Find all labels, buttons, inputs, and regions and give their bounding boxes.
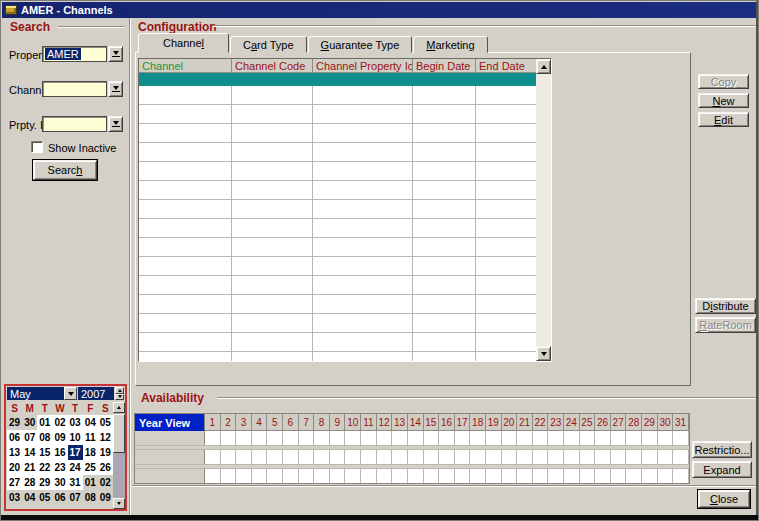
calendar-day[interactable]: 02 [52,415,67,430]
availability-cell[interactable] [252,431,268,445]
availability-cell[interactable] [267,431,283,445]
availability-cell[interactable] [267,469,283,483]
calendar-day[interactable]: 06 [7,430,22,445]
close-button[interactable]: Close [698,490,750,508]
availability-cell[interactable] [455,469,471,483]
table-row[interactable] [139,143,538,162]
availability-cell[interactable] [314,469,330,483]
calendar-day[interactable]: 08 [37,430,52,445]
availability-cell[interactable] [673,450,689,464]
table-row[interactable] [139,333,538,352]
availability-cell[interactable] [626,469,642,483]
availability-cell[interactable] [533,450,549,464]
availability-cell[interactable] [345,469,361,483]
calendar-day[interactable]: 09 [98,490,113,505]
availability-cell[interactable] [330,431,346,445]
calendar-day[interactable]: 14 [22,445,37,460]
availability-cell[interactable] [299,450,315,464]
availability-cell[interactable] [361,431,377,445]
table-row[interactable] [139,105,538,124]
availability-cell[interactable] [377,431,393,445]
calendar-scrollbar[interactable] [113,402,125,509]
availability-cell[interactable] [455,450,471,464]
channels-table[interactable]: ChannelChannel CodeChannel Property IdBe… [138,58,552,362]
table-row[interactable] [139,238,538,257]
calendar-day[interactable]: 10 [68,430,83,445]
table-row[interactable] [139,181,538,200]
availability-cell[interactable] [283,431,299,445]
calendar-scroll-up-button[interactable] [113,402,125,413]
table-row[interactable] [139,276,538,295]
table-row[interactable] [139,200,538,219]
calendar-day[interactable]: 11 [83,430,98,445]
availability-cell[interactable] [548,450,564,464]
calendar-day[interactable]: 16 [52,445,67,460]
availability-grid[interactable]: Year View1234567891011121314151617181920… [134,413,690,484]
availability-cell[interactable] [470,469,486,483]
tab-marketing[interactable]: Marketing [413,36,487,53]
calendar-day[interactable]: 20 [7,460,22,475]
availability-cell[interactable] [470,450,486,464]
availability-cell[interactable] [236,469,252,483]
calendar-month-select[interactable]: May [7,387,77,400]
availability-cell[interactable] [626,431,642,445]
calendar-day[interactable]: 01 [83,475,98,490]
calendar-day[interactable]: 04 [22,490,37,505]
availability-cell[interactable] [205,469,221,483]
availability-cell[interactable] [470,431,486,445]
calendar-day[interactable]: 04 [83,415,98,430]
table-scrollbar[interactable] [536,59,551,361]
calendar-day[interactable]: 09 [52,430,67,445]
availability-cell[interactable] [673,469,689,483]
availability-cell[interactable] [267,450,283,464]
table-row[interactable] [139,295,538,314]
availability-cell[interactable] [658,450,674,464]
availability-cell[interactable] [283,450,299,464]
year-view-label[interactable]: Year View [135,414,205,431]
table-row[interactable] [139,86,538,105]
availability-cell[interactable] [564,431,580,445]
availability-cell[interactable] [299,469,315,483]
column-header-begin-date[interactable]: Begin Date [413,59,476,73]
availability-cell[interactable] [314,450,330,464]
availability-cell[interactable] [408,450,424,464]
calendar-day[interactable]: 28 [22,475,37,490]
calendar-day[interactable]: 05 [98,415,113,430]
availability-cell[interactable] [408,431,424,445]
calendar-day[interactable]: 29 [7,415,22,430]
availability-cell[interactable] [502,431,518,445]
table-row[interactable] [139,314,538,333]
calendar-scroll-down-button[interactable] [113,498,125,509]
calendar-day[interactable]: 30 [52,475,67,490]
calendar-day[interactable]: 27 [7,475,22,490]
availability-cell[interactable] [283,469,299,483]
availability-cell[interactable] [205,450,221,464]
availability-cell[interactable] [345,431,361,445]
availability-cell[interactable] [314,431,330,445]
availability-cell[interactable] [392,450,408,464]
availability-cell[interactable] [299,431,315,445]
calendar-day[interactable]: 21 [22,460,37,475]
new-button[interactable]: New [698,93,749,108]
availability-cell[interactable] [502,450,518,464]
restrictio--button[interactable]: Restrictio... [692,441,752,458]
availability-cell[interactable] [439,450,455,464]
title-bar[interactable]: AMER - Channels [2,2,756,18]
availability-cell[interactable] [252,469,268,483]
column-header-channel[interactable]: Channel [139,59,232,73]
availability-cell[interactable] [595,450,611,464]
year-spin-down-button[interactable] [115,394,124,401]
availability-cell[interactable] [221,431,237,445]
calendar-day[interactable]: 06 [52,490,67,505]
availability-cell[interactable] [673,431,689,445]
availability-cell[interactable] [517,469,533,483]
availability-cell[interactable] [595,469,611,483]
edit-button[interactable]: Edit [698,112,749,127]
channel-field[interactable] [42,81,107,97]
availability-cell[interactable] [377,469,393,483]
availability-cell[interactable] [517,450,533,464]
availability-cell[interactable] [517,431,533,445]
calendar-day[interactable]: 07 [68,490,83,505]
calendar-day[interactable]: 13 [7,445,22,460]
calendar-year-field[interactable]: 2007 [78,387,114,400]
